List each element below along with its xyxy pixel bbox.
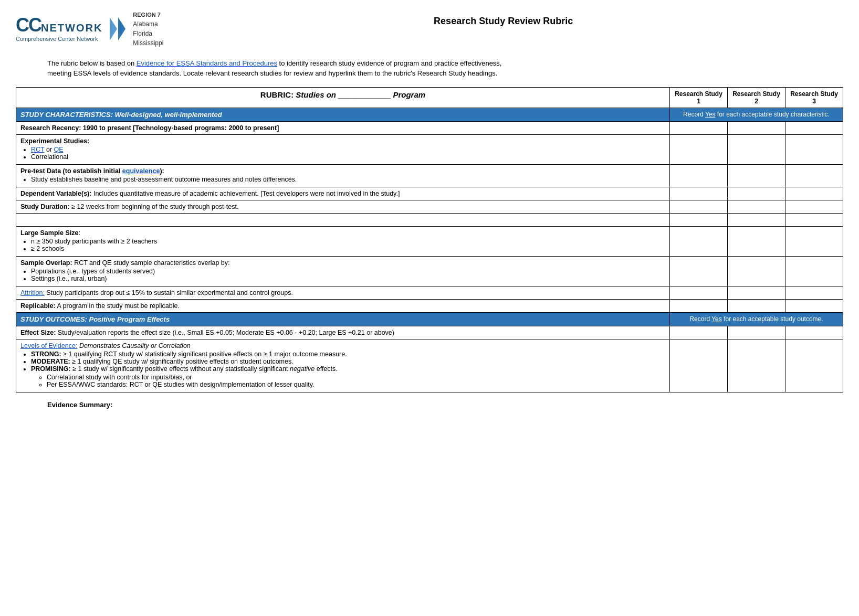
list-item: Correlational	[31, 153, 665, 161]
region-state-2: Florida	[133, 29, 163, 38]
rs1-effect	[670, 326, 728, 339]
table-row: Large Sample Size: n ≥ 350 study partici…	[16, 226, 843, 256]
logo-cc: CC	[16, 16, 41, 35]
rs3-replicable	[785, 299, 843, 312]
effect-size-cell: Effect Size: Study/evaluation reports th…	[16, 326, 670, 339]
chevron-2	[118, 17, 125, 40]
rs3-duration	[785, 200, 843, 213]
sample-overlap-cell: Sample Overlap: RCT and QE study sample …	[16, 256, 670, 286]
col-header-1: Research Study1	[670, 87, 728, 108]
rs1-depvar	[670, 187, 728, 200]
evidence-summary-label: Evidence Summary:	[47, 401, 112, 409]
rubric-table: RUBRIC: Studies on ____________ Program …	[16, 87, 843, 392]
list-item: Populations (i.e., types of students ser…	[31, 268, 665, 275]
rs3-spacer	[785, 213, 843, 226]
section1-header: STUDY CHARACTERISTICS: Well-designed, we…	[16, 108, 670, 121]
table-row: Study Duration: ≥ 12 weeks from beginnin…	[16, 200, 843, 213]
rs3-attrition	[785, 286, 843, 299]
col-header-2: Research Study2	[728, 87, 785, 108]
table-row: Dependent Variable(s): Includes quantita…	[16, 187, 843, 200]
section2-header-row: STUDY OUTCOMES: Positive Program Effects…	[16, 312, 843, 326]
levels-link[interactable]: Levels of Evidence:	[20, 342, 77, 349]
table-row: Levels of Evidence: Demonstrates Causali…	[16, 339, 843, 392]
rs2-levels	[728, 339, 785, 392]
list-item: RCT or QE	[31, 146, 665, 153]
section1-header-note: Record Yes for each acceptable study cha…	[670, 108, 843, 121]
col-header-3: Research Study3	[785, 87, 843, 108]
rubric-title-italic: Studies on ____________ Program	[296, 90, 425, 99]
research-recency-cell: Research Recency: 1990 to present [Techn…	[16, 121, 670, 134]
logo-tagline: Comprehensive Center Network	[16, 36, 102, 42]
section2-header: STUDY OUTCOMES: Positive Program Effects	[16, 312, 670, 326]
study-duration-cell: Study Duration: ≥ 12 weeks from beginnin…	[16, 200, 670, 213]
list-item: Settings (i.e., rural, urban)	[31, 275, 665, 282]
sample-size-cell: Large Sample Size: n ≥ 350 study partici…	[16, 226, 670, 256]
list-item: Correlational study with controls for in…	[47, 374, 665, 381]
intro-before-link: The rubric below is based on	[47, 59, 137, 67]
rubric-title-cell: RUBRIC: Studies on ____________ Program	[16, 87, 670, 108]
rs3-levels	[785, 339, 843, 392]
page-title: Research Study Review Rubric	[434, 16, 573, 26]
section1-header-row: STUDY CHARACTERISTICS: Well-designed, we…	[16, 108, 843, 121]
rs1-duration	[670, 200, 728, 213]
logo-main: CC NETWORK Comprehensive Center Network	[16, 16, 102, 42]
rs1-recency	[670, 121, 728, 134]
list-item: Per ESSA/WWC standards: RCT or QE studie…	[47, 381, 665, 388]
levels-of-evidence-cell: Levels of Evidence: Demonstrates Causali…	[16, 339, 670, 392]
replicable-cell: Replicable: A program in the study must …	[16, 299, 670, 312]
dependent-var-cell: Dependent Variable(s): Includes quantita…	[16, 187, 670, 200]
table-row: Research Recency: 1990 to present [Techn…	[16, 121, 843, 134]
rs2-sample	[728, 226, 785, 256]
table-row-spacer	[16, 213, 843, 226]
logo-area: CC NETWORK Comprehensive Center Network …	[16, 10, 163, 48]
list-item: Study establishes baseline and post-asse…	[31, 176, 665, 183]
table-row: Effect Size: Study/evaluation reports th…	[16, 326, 843, 339]
equivalence-link[interactable]: equivalence	[122, 167, 160, 175]
rs2-duration	[728, 200, 785, 213]
region-state-3: Mississippi	[133, 38, 163, 48]
rs2-spacer	[728, 213, 785, 226]
rs2-experimental	[728, 134, 785, 164]
attrition-link[interactable]: Attrition:	[20, 289, 45, 296]
essa-link[interactable]: Evidence for ESSA Standards and Procedur…	[137, 59, 277, 67]
chevron-1	[110, 17, 117, 40]
list-item: ≥ 2 schools	[31, 245, 665, 252]
rs1-levels	[670, 339, 728, 392]
table-row: Pre-test Data (to establish initial equi…	[16, 164, 843, 187]
page-title-area: Research Study Review Rubric	[163, 10, 843, 27]
logo-network: NETWORK	[41, 23, 102, 33]
rs1-experimental	[670, 134, 728, 164]
rct-link[interactable]: RCT	[31, 146, 44, 153]
list-item: PROMISING: ≥ 1 study w/ significantly po…	[31, 365, 665, 388]
list-item: n ≥ 350 study participants with ≥ 2 teac…	[31, 238, 665, 245]
spacer-cell	[16, 213, 670, 226]
rs2-attrition	[728, 286, 785, 299]
table-row: Sample Overlap: RCT and QE study sample …	[16, 256, 843, 286]
rs3-recency	[785, 121, 843, 134]
experimental-studies-cell: Experimental Studies: RCT or QE Correlat…	[16, 134, 670, 164]
logo-chevrons	[110, 17, 125, 40]
page-header: CC NETWORK Comprehensive Center Network …	[16, 10, 843, 48]
rs3-depvar	[785, 187, 843, 200]
rs3-effect	[785, 326, 843, 339]
attrition-cell: Attrition: Study participants drop out ≤…	[16, 286, 670, 299]
rs2-replicable	[728, 299, 785, 312]
rs3-experimental	[785, 134, 843, 164]
rs3-pretest	[785, 164, 843, 187]
rs2-overlap	[728, 256, 785, 286]
rs2-effect	[728, 326, 785, 339]
rs2-depvar	[728, 187, 785, 200]
qe-link[interactable]: QE	[54, 146, 64, 153]
rs1-sample	[670, 226, 728, 256]
rubric-label: RUBRIC:	[260, 90, 296, 99]
region-label: REGION 7	[133, 10, 163, 19]
list-item: MODERATE: ≥ 1 qualifying QE study w/ sig…	[31, 358, 665, 365]
rs1-spacer	[670, 213, 728, 226]
rs1-replicable	[670, 299, 728, 312]
evidence-summary: Evidence Summary:	[47, 401, 843, 409]
section2-header-note: Record Yes for each acceptable study out…	[670, 312, 843, 326]
rs2-recency	[728, 121, 785, 134]
rs3-overlap	[785, 256, 843, 286]
intro-text: The rubric below is based on Evidence fo…	[47, 58, 520, 79]
rs3-sample	[785, 226, 843, 256]
